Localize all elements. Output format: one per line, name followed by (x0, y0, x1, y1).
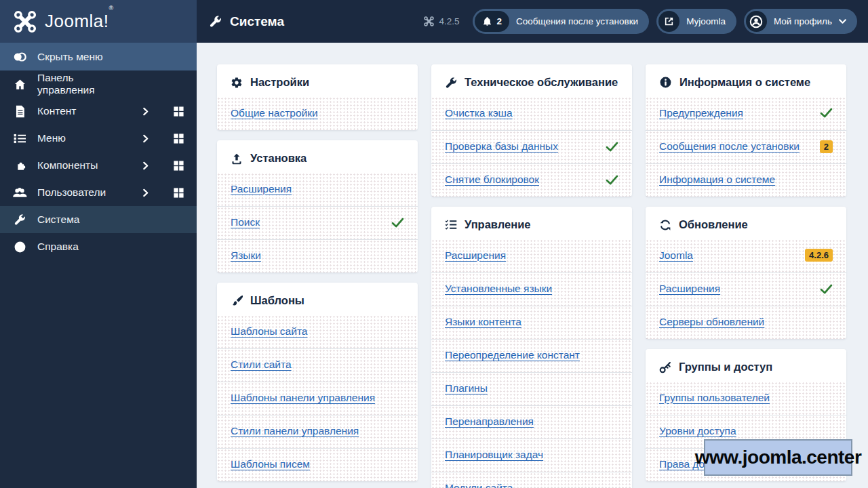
toggle-menu-icon (12, 49, 27, 64)
check-icon (820, 108, 833, 118)
document-icon (12, 105, 27, 118)
wrench-icon (12, 214, 27, 226)
card-title: Установка (250, 152, 307, 165)
card-manage: УправлениеРасширенияУстановленные языкиЯ… (431, 207, 632, 488)
list-item: Группы пользователей (646, 382, 846, 415)
puzzle-icon (12, 159, 27, 172)
user-icon (746, 11, 767, 32)
card-link[interactable]: Языки контента (445, 316, 521, 328)
post-install-messages-button[interactable]: 2 Сообщения после установки (473, 9, 649, 34)
main-content: НастройкиОбщие настройкиУстановкаРасшире… (197, 43, 868, 488)
sidebar-quicktask-grid-icon[interactable] (173, 133, 184, 144)
wrench-icon (445, 77, 457, 89)
sidebar-item-label: Панель управления (37, 72, 131, 96)
list-item: Языки контента (431, 306, 632, 339)
list-icon (12, 133, 27, 144)
card-link[interactable]: Стили сайта (231, 359, 292, 371)
card-link[interactable]: Модули сайта (445, 482, 513, 488)
card-link[interactable]: Серверы обновлений (659, 316, 764, 328)
sidebar-item-label: Пользователи (37, 186, 106, 199)
card-link[interactable]: Шаблоны сайта (231, 325, 307, 338)
card-link[interactable]: Шаблоны писем (231, 458, 310, 470)
card-link[interactable]: Расширения (659, 283, 720, 295)
watermark: www.joomla.center (704, 439, 852, 476)
card-header: Обновление (646, 207, 846, 239)
users-icon (12, 186, 27, 199)
version-indicator: 4.2.5 (424, 16, 459, 26)
chevron-right-icon (141, 134, 150, 144)
sidebar-item-hide-menu[interactable]: Скрыть меню (0, 43, 197, 70)
list-item: Расширения (646, 272, 846, 306)
myjoomla-button[interactable]: Myjoomla (656, 9, 736, 34)
sidebar-quicktask-grid-icon[interactable] (173, 160, 184, 171)
card-link[interactable]: Расширения (231, 183, 292, 195)
card-link[interactable]: Планировщик задач (445, 449, 543, 461)
list-check-icon (445, 219, 457, 230)
card-link[interactable]: Уровни доступа (659, 425, 736, 437)
list-item: Модули сайта (431, 472, 632, 488)
list-item: Проверка базы данных (431, 130, 632, 163)
card-link[interactable]: Снятие блокировок (445, 174, 539, 186)
sidebar-item-menus[interactable]: Меню (0, 125, 197, 152)
card-header: Шаблоны (217, 283, 418, 315)
message-count-badge: 2 (496, 16, 502, 26)
sidebar-quicktask-grid-icon[interactable] (173, 106, 184, 117)
list-item: Плагины (431, 372, 632, 405)
card-title: Шаблоны (250, 294, 304, 307)
card-header: Установка (217, 140, 418, 173)
chevron-right-icon (141, 161, 150, 171)
bell-icon (482, 16, 492, 26)
chevron-down-icon (838, 17, 847, 26)
joomla-mini-icon (424, 16, 434, 26)
card-title: Группы и доступ (679, 361, 772, 373)
card-link[interactable]: Общие настройки (231, 107, 318, 119)
top-bar: Joomla!® Система 4.2.5 (0, 0, 868, 43)
card-link[interactable]: Языки (231, 249, 261, 262)
sidebar-item-label: Компоненты (37, 159, 98, 171)
card-link[interactable]: Шаблоны панели управления (231, 392, 375, 404)
list-item: Шаблоны панели управления (217, 382, 418, 415)
gear-icon (231, 77, 243, 89)
card-header: Управление (431, 207, 632, 239)
card-settings: НастройкиОбщие настройки (217, 64, 418, 130)
sidebar-item-users[interactable]: Пользователи (0, 179, 197, 206)
profile-button-label: Мой профиль (767, 16, 841, 26)
count-badge: 4.2.6 (805, 249, 833, 262)
sidebar-item-system[interactable]: Система (0, 206, 197, 233)
brush-icon (231, 295, 243, 307)
card-title: Техническое обслуживание (465, 76, 618, 89)
card-link[interactable]: Информация о системе (659, 174, 775, 186)
sidebar-quicktask-grid-icon[interactable] (173, 187, 184, 199)
card-link[interactable]: Поиск (231, 216, 260, 228)
chevron-right-icon (141, 106, 150, 117)
joomla-logo[interactable]: Joomla!® (0, 0, 197, 43)
list-item: Предупреждения (646, 97, 846, 130)
card-link[interactable]: Предупреждения (659, 107, 743, 119)
list-item: Установленные языки (431, 272, 632, 306)
check-icon (606, 175, 618, 185)
card-link[interactable]: Расширения (445, 249, 506, 262)
refresh-icon (659, 219, 671, 231)
card-link[interactable]: Проверка базы данных (445, 140, 558, 152)
card-link[interactable]: Стили панели управления (231, 425, 359, 437)
list-item: Информация о системе (646, 163, 846, 197)
card-templates: ШаблоныШаблоны сайтаСтили сайтаШаблоны п… (217, 283, 418, 481)
card-link[interactable]: Joomla (659, 249, 693, 262)
card-link[interactable]: Очистка кэша (445, 107, 513, 119)
card-link[interactable]: Плагины (445, 382, 488, 394)
card-install: УстановкаРасширенияПоискЯзыки (217, 140, 418, 272)
list-item: Joomla4.2.6 (646, 239, 846, 272)
profile-menu-button[interactable]: Мой профиль (744, 9, 857, 34)
sidebar-item-dashboard[interactable]: Панель управления (0, 70, 197, 98)
sidebar-item-content[interactable]: Контент (0, 98, 197, 125)
sidebar-item-help[interactable]: Справка (0, 233, 197, 260)
card-link[interactable]: Переопределение констант (445, 349, 580, 361)
page-title: Система (209, 14, 284, 29)
sidebar-item-label: Скрыть меню (37, 51, 103, 63)
card-link[interactable]: Сообщения после установки (659, 140, 800, 152)
card-link[interactable]: Перенаправления (445, 415, 534, 428)
card-link[interactable]: Установленные языки (445, 283, 552, 295)
card-link[interactable]: Группы пользователей (659, 392, 770, 404)
list-item: Серверы обновлений (646, 306, 846, 339)
sidebar-item-components[interactable]: Компоненты (0, 152, 197, 179)
